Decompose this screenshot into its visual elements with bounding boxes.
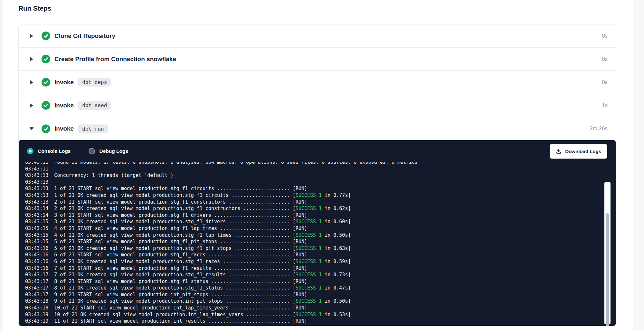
chevron-right-icon[interactable]: [29, 57, 34, 61]
chevron-right-icon[interactable]: [29, 34, 34, 38]
step-row-invoke-dbt-seed[interactable]: Invoke dbt seed 1s: [19, 94, 616, 117]
step-row-clone-git-repository[interactable]: Clone Git Repository 0s: [19, 24, 616, 48]
page-title: Run Steps: [18, 5, 51, 12]
console-logs-label: Console Logs: [38, 148, 71, 154]
success-check-icon: [42, 124, 50, 133]
step-row-create-profile[interactable]: Create Profile from Connection snowflake…: [19, 48, 616, 71]
step-duration: 0s: [602, 79, 616, 86]
download-logs-label: Download Logs: [565, 149, 601, 154]
command-badge: dbt seed: [78, 101, 111, 110]
chevron-down-icon[interactable]: [29, 127, 34, 130]
console-logs-radio[interactable]: Console Logs: [27, 148, 71, 154]
console-log-lines: 03:43:11 Found 21 models, 17 tests, 0 sn…: [25, 162, 601, 325]
log-panel: Console Logs Debug Logs Download Logs 03…: [19, 140, 616, 326]
success-check-icon: [42, 55, 50, 63]
command-badge: dbt run: [78, 124, 108, 133]
step-duration: 0s: [602, 33, 616, 39]
console-log-output[interactable]: 03:43:11 Found 21 models, 17 tests, 0 sn…: [19, 162, 616, 326]
step-label: Invoke: [54, 79, 74, 86]
step-label: Invoke: [54, 125, 74, 132]
step-label: Clone Git Repository: [54, 32, 115, 40]
command-badge: dbt deps: [78, 78, 111, 87]
download-logs-button[interactable]: Download Logs: [550, 144, 607, 159]
log-scrollbar-track[interactable]: [604, 182, 611, 324]
page-left-gutter: [0, 0, 3, 331]
success-check-icon: [42, 32, 50, 40]
chevron-right-icon[interactable]: [29, 103, 34, 108]
step-duration: 2m 26s: [590, 125, 616, 132]
step-duration: 0s: [602, 56, 616, 62]
debug-logs-label: Debug Logs: [99, 148, 128, 154]
success-check-icon: [42, 78, 50, 87]
step-label: Invoke: [54, 102, 74, 109]
page-right-gutter: [633, 0, 644, 331]
step-duration: 1s: [602, 102, 616, 109]
chevron-right-icon[interactable]: [29, 80, 34, 85]
radio-selected-icon[interactable]: [27, 148, 33, 154]
step-label: Create Profile from Connection snowflake: [54, 56, 176, 63]
download-icon: [556, 148, 562, 154]
debug-logs-radio[interactable]: Debug Logs: [89, 148, 128, 154]
step-row-invoke-dbt-deps[interactable]: Invoke dbt deps 0s: [19, 71, 616, 94]
success-check-icon: [42, 101, 50, 110]
log-panel-header: Console Logs Debug Logs Download Logs: [19, 140, 616, 162]
radio-unselected-icon[interactable]: [89, 148, 95, 154]
log-scrollbar-thumb[interactable]: [606, 213, 609, 326]
run-steps-card: Clone Git Repository 0s Create Profile f…: [18, 24, 616, 326]
step-row-invoke-dbt-run[interactable]: Invoke dbt run 2m 26s: [19, 117, 616, 140]
